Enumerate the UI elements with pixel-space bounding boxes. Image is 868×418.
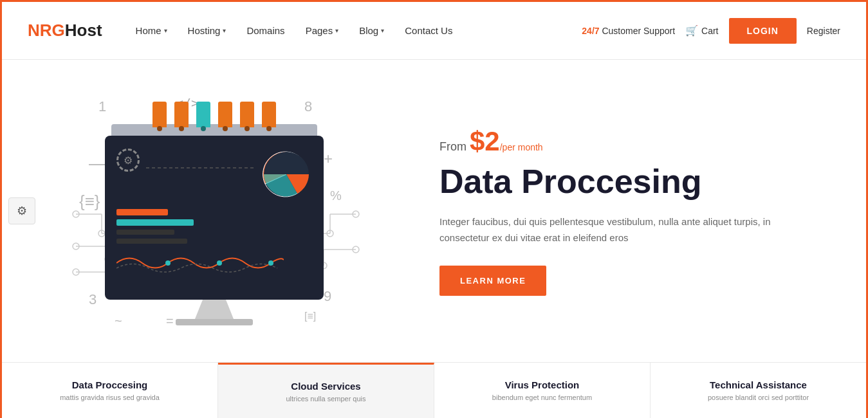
card-desc-1: mattis gravida risus sed gravida	[60, 393, 160, 403]
nav-home[interactable]: Home ▾	[128, 20, 175, 41]
float-symbol-1: 1	[98, 98, 106, 115]
monitor-base	[176, 319, 253, 325]
bar-row-4	[116, 239, 312, 244]
nav-pages[interactable]: Pages ▾	[298, 20, 347, 41]
card-desc-4: posuere blandit orci sed porttitor	[708, 393, 809, 403]
hero-section: ⚙ 1 </> 8 — ○ + {≡} % 3 ~ = 9 [≡]	[2, 60, 866, 362]
gear-icon: ⚙	[116, 149, 140, 172]
hero-description: Integer faucibus, dui quis pellentesque …	[439, 214, 774, 246]
plug-2	[174, 102, 189, 127]
card-title-4: Technical Assistance	[710, 379, 807, 390]
plug-6	[262, 102, 276, 127]
bar-row-2	[116, 219, 312, 226]
plug-3	[196, 102, 210, 127]
nav-hosting[interactable]: Hosting ▾	[180, 20, 234, 41]
card-title-1: Data Proccesing	[72, 379, 148, 390]
screen-content: ⚙	[105, 136, 324, 300]
support-text: 24/7 Customer Support	[582, 26, 675, 36]
wave-svg	[116, 250, 284, 276]
plug-5	[240, 102, 254, 127]
dashed-line	[146, 167, 254, 169]
plug-1	[152, 102, 167, 127]
bar-dark-2	[116, 239, 187, 244]
monitor-body: ⚙	[105, 136, 324, 300]
bar-chart	[116, 209, 312, 244]
monitor-stand	[195, 300, 234, 319]
bar-orange	[116, 209, 168, 215]
bar-row-3	[116, 230, 312, 235]
bottom-cards: Data Proccesing mattis gravida risus sed…	[2, 362, 866, 418]
monitor-display: ⚙	[98, 124, 330, 317]
logo[interactable]: NRGHost	[28, 21, 102, 41]
plug-4	[218, 102, 232, 127]
cart-icon: 🛒	[685, 24, 698, 37]
card-data-processing[interactable]: Data Proccesing mattis gravida risus sed…	[2, 363, 218, 418]
card-cloud-services[interactable]: Cloud Services ultrices nulla semper qui…	[218, 363, 434, 418]
pie-chart	[261, 149, 312, 200]
cart-link[interactable]: 🛒 Cart	[685, 24, 718, 37]
navbar: NRGHost Home ▾ Hosting ▾ Domains Pages ▾…	[2, 2, 866, 60]
dashed-connector	[146, 149, 254, 172]
svg-point-26	[268, 260, 273, 266]
card-virus-protection[interactable]: Virus Protection bibendum eget nunc ferm…	[434, 363, 651, 418]
wave-area	[116, 250, 312, 278]
card-technical-assistance[interactable]: Technical Assistance posuere blandit orc…	[651, 363, 866, 418]
bar-cyan	[116, 219, 194, 226]
card-title-3: Virus Protection	[505, 379, 580, 390]
chart-row: ⚙	[116, 149, 312, 200]
card-title-2: Cloud Services	[291, 381, 360, 392]
server-plugs	[152, 102, 276, 127]
nav-right: 24/7 Customer Support 🛒 Cart LOGIN Regis…	[582, 18, 840, 44]
nav-links: Home ▾ Hosting ▾ Domains Pages ▾ Blog ▾ …	[128, 20, 582, 41]
nav-contact[interactable]: Contact Us	[397, 20, 460, 41]
bar-row-1	[116, 209, 312, 215]
logo-nrg: NRG	[28, 21, 65, 40]
float-symbol-3: 3	[89, 291, 97, 308]
price-tag: From $2/per month	[439, 126, 840, 157]
hero-illustration: 1 </> 8 — ○ + {≡} % 3 ~ = 9 [≡]	[28, 60, 401, 362]
login-button[interactable]: LOGIN	[729, 18, 797, 44]
chevron-down-icon: ▾	[335, 27, 338, 34]
bar-dark-1	[116, 230, 174, 235]
hero-content: From $2/per month Data Proccesing Intege…	[401, 126, 840, 295]
card-desc-3: bibendum eget nunc fermentum	[492, 393, 592, 403]
chevron-down-icon: ▾	[164, 27, 167, 34]
nav-blog[interactable]: Blog ▾	[351, 20, 392, 41]
svg-point-25	[217, 260, 222, 266]
nav-domains[interactable]: Domains	[239, 20, 292, 41]
chevron-down-icon: ▾	[223, 27, 226, 34]
register-link[interactable]: Register	[807, 26, 840, 36]
learn-more-button[interactable]: LEARN MORE	[439, 266, 546, 296]
hero-title: Data Proccesing	[439, 163, 840, 200]
logo-host: Host	[65, 21, 102, 40]
svg-point-24	[165, 260, 171, 266]
chevron-down-icon: ▾	[381, 27, 384, 34]
float-symbol-8: 8	[304, 98, 312, 115]
card-desc-2: ultrices nulla semper quis	[286, 394, 365, 404]
